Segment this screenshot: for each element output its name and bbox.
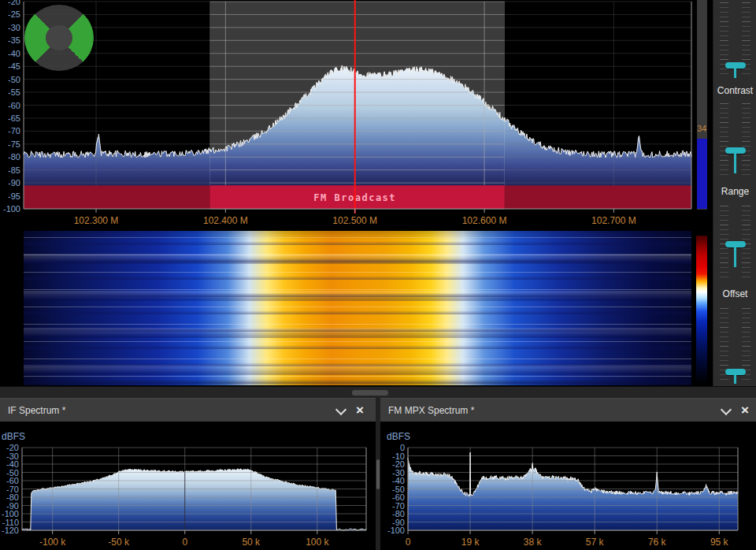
svg-text:102.600 M: 102.600 M xyxy=(462,215,507,226)
svg-text:-55: -55 xyxy=(8,87,20,97)
svg-text:-60: -60 xyxy=(8,101,20,110)
splitter-grip[interactable] xyxy=(352,390,388,396)
range-slider[interactable]: Range xyxy=(713,101,756,197)
panel-title: IF Spectrum * xyxy=(8,399,65,422)
svg-text:-50 k: -50 k xyxy=(108,537,130,548)
airspy-logo xyxy=(24,5,94,71)
offset-slider-thumb[interactable] xyxy=(725,241,746,247)
snr-meter-fill xyxy=(697,139,707,209)
svg-text:-35: -35 xyxy=(8,35,20,45)
zoom-slider-thumb[interactable] xyxy=(725,369,746,375)
svg-text:100 k: 100 k xyxy=(306,537,329,548)
horizontal-splitter[interactable] xyxy=(0,386,756,399)
svg-text:-75: -75 xyxy=(8,139,20,149)
svg-text:19 k: 19 k xyxy=(461,537,480,548)
svg-text:-100: -100 xyxy=(3,204,20,214)
range-slider-label: Range xyxy=(713,186,756,197)
svg-text:-30: -30 xyxy=(8,23,20,32)
svg-text:0: 0 xyxy=(182,537,187,548)
waterfall-display[interactable] xyxy=(24,231,691,385)
panel-title: FM MPX Spectrum * xyxy=(388,399,474,422)
contrast-slider-label: Contrast xyxy=(713,85,756,96)
close-icon: × xyxy=(356,403,364,418)
collapse-button[interactable] xyxy=(335,404,347,417)
chevron-down-icon xyxy=(335,404,346,415)
contrast-slider[interactable]: Contrast xyxy=(713,0,756,96)
svg-text:-25: -25 xyxy=(8,9,20,19)
offset-slider-label: Offset xyxy=(713,288,756,299)
range-slider-thumb[interactable] xyxy=(725,147,746,154)
svg-text:102.400 M: 102.400 M xyxy=(203,215,248,226)
if-spectrum-panel: IF Spectrum * × -20-30-40-50-60-70-80-90… xyxy=(0,398,376,550)
display-settings-sidebar: Contrast Range Offset xyxy=(713,0,756,386)
fm-mpx-spectrum-chart[interactable]: 0-10-20-30-40-50-60-70-80-90-100019 k38 … xyxy=(380,422,756,550)
snr-meter xyxy=(697,0,707,210)
contrast-slider-thumb[interactable] xyxy=(725,62,746,69)
y-axis-unit-label: dBFS xyxy=(2,431,25,442)
splitter-grip[interactable] xyxy=(376,459,380,489)
svg-text:50 k: 50 k xyxy=(242,537,261,548)
svg-text:57 k: 57 k xyxy=(586,537,605,548)
offset-slider[interactable]: Offset xyxy=(713,203,756,299)
svg-text:-90: -90 xyxy=(8,178,20,188)
svg-text:102.500 M: 102.500 M xyxy=(332,215,377,226)
fm-mpx-titlebar[interactable]: FM MPX Spectrum * × xyxy=(380,398,756,423)
svg-text:0: 0 xyxy=(406,537,411,548)
sdr-application-window: FM Broadcast-20-25-30-35-40-45-50-55-60-… xyxy=(0,0,756,550)
if-spectrum-body: -20-30-40-50-60-70-80-90-100-110-120-100… xyxy=(0,422,376,550)
svg-text:-40: -40 xyxy=(8,49,20,58)
fm-mpx-body: 0-10-20-30-40-50-60-70-80-90-100019 k38 … xyxy=(380,422,756,550)
svg-text:-85: -85 xyxy=(8,165,20,175)
svg-text:102.300 M: 102.300 M xyxy=(74,215,119,226)
close-button[interactable]: × xyxy=(354,404,366,417)
if-spectrum-chart[interactable]: -20-30-40-50-60-70-80-90-100-110-120-100… xyxy=(0,422,376,550)
fm-mpx-spectrum-panel: FM MPX Spectrum * × 0-10-20-30-40-50-60-… xyxy=(380,398,756,550)
svg-text:102.700 M: 102.700 M xyxy=(591,215,636,226)
chevron-down-icon xyxy=(721,404,732,415)
svg-text:-20: -20 xyxy=(8,0,20,6)
svg-text:-45: -45 xyxy=(8,61,20,71)
svg-text:-65: -65 xyxy=(8,113,20,123)
waterfall-color-legend xyxy=(696,236,707,384)
if-spectrum-titlebar[interactable]: IF Spectrum * × xyxy=(0,398,376,423)
close-icon: × xyxy=(741,403,749,418)
svg-text:-80: -80 xyxy=(8,152,20,162)
svg-text:-50: -50 xyxy=(8,75,20,84)
snr-value: 34 xyxy=(694,124,710,133)
svg-text:-95: -95 xyxy=(8,191,20,201)
svg-text:-70: -70 xyxy=(8,126,20,136)
svg-text:-100: -100 xyxy=(387,526,405,535)
svg-text:-100 k: -100 k xyxy=(39,537,66,548)
svg-text:38 k: 38 k xyxy=(524,537,543,548)
svg-text:76 k: 76 k xyxy=(648,537,667,548)
y-axis-unit-label: dBFS xyxy=(387,431,410,442)
zoom-slider[interactable] xyxy=(713,306,756,386)
close-button[interactable]: × xyxy=(739,404,751,417)
collapse-button[interactable] xyxy=(720,404,732,417)
rf-spectrum-chart[interactable]: FM Broadcast-20-25-30-35-40-45-50-55-60-… xyxy=(0,0,713,229)
svg-text:95 k: 95 k xyxy=(710,537,729,548)
svg-text:-120: -120 xyxy=(2,526,19,535)
